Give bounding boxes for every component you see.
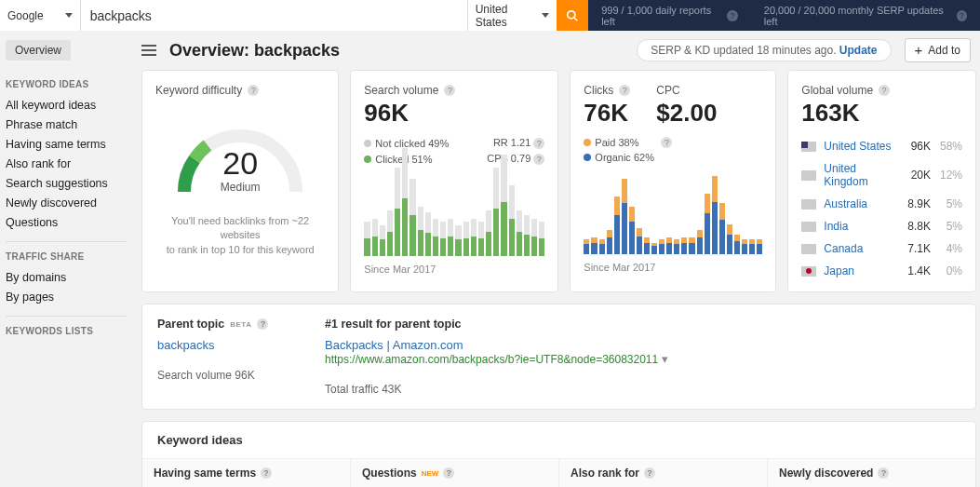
kd-gauge: 20 Medium bbox=[170, 117, 310, 201]
help-icon[interactable]: ? bbox=[619, 85, 630, 96]
sidebar-item[interactable]: Phrase match bbox=[6, 115, 138, 134]
flag-icon bbox=[801, 142, 816, 152]
clicks-value: 76K bbox=[584, 99, 630, 128]
card-search-volume: Search volume? 96K Not clicked 49% RR 1.… bbox=[350, 70, 558, 292]
clicks-since: Since Mar 2017 bbox=[584, 262, 762, 273]
parent-result-title[interactable]: Backpacks | Amazon.com bbox=[325, 338, 463, 352]
global-value: 163K bbox=[801, 99, 962, 128]
keyword-input[interactable] bbox=[81, 0, 467, 31]
sidebar-item[interactable]: Having same terms bbox=[6, 134, 138, 154]
sidebar-head-keywords-lists: KEYWORDS LISTS bbox=[6, 326, 138, 336]
search-engine-select[interactable]: Google bbox=[0, 0, 81, 31]
kd-value: 20 bbox=[170, 145, 310, 182]
engine-label: Google bbox=[7, 9, 44, 22]
flag-icon bbox=[801, 266, 816, 277]
kd-level: Medium bbox=[170, 181, 310, 194]
ki-column: Newly discovered?travel pro backpacks450 bbox=[768, 459, 975, 487]
svg-line-1 bbox=[574, 17, 578, 20]
sidebar: Overview KEYWORD IDEAS All keyword ideas… bbox=[0, 31, 138, 487]
help-icon[interactable]: ? bbox=[644, 467, 655, 479]
parent-result-head: #1 result for parent topic bbox=[325, 318, 960, 331]
help-icon[interactable]: ? bbox=[248, 85, 259, 96]
parent-result-url[interactable]: https://www.amazon.com/backpacks/b?ie=UT… bbox=[325, 353, 662, 366]
menu-icon[interactable] bbox=[141, 45, 156, 56]
help-icon[interactable]: ? bbox=[957, 10, 967, 21]
page-title: Overview: backpacks bbox=[169, 41, 340, 61]
help-icon[interactable]: ? bbox=[444, 85, 455, 96]
global-volume-row[interactable]: Canada7.1K4% bbox=[801, 237, 962, 260]
volume-since: Since Mar 2017 bbox=[364, 264, 544, 275]
help-icon[interactable]: ? bbox=[443, 467, 454, 479]
card-keyword-difficulty: Keyword difficulty ? 20 Medium You'll ne… bbox=[141, 70, 339, 292]
sidebar-head-keyword-ideas: KEYWORD IDEAS bbox=[6, 79, 138, 89]
parent-keyword-link[interactable]: backpacks bbox=[157, 338, 214, 352]
kd-label: Keyword difficulty bbox=[155, 84, 242, 97]
help-icon[interactable]: ? bbox=[878, 467, 889, 479]
help-icon[interactable]: ? bbox=[257, 318, 268, 330]
ki-column-head: Having same terms? bbox=[142, 459, 350, 487]
sidebar-item[interactable]: Also rank for bbox=[6, 154, 138, 173]
help-icon[interactable]: ? bbox=[533, 154, 544, 165]
svg-point-0 bbox=[568, 10, 575, 18]
help-icon[interactable]: ? bbox=[727, 10, 737, 21]
card-clicks: Clicks? 76K CPC $2.00 Paid 38%? Organic … bbox=[570, 70, 776, 292]
cpc-value: $2.00 bbox=[656, 99, 717, 128]
volume-chart bbox=[364, 174, 544, 256]
flag-icon bbox=[801, 199, 816, 210]
ki-column-head: QuestionsNEW? bbox=[351, 459, 558, 487]
search-icon bbox=[566, 9, 579, 22]
daily-reports-left: 999 / 1,000 daily reports left? bbox=[588, 0, 751, 31]
chevron-down-icon bbox=[542, 13, 549, 18]
volume-value: 96K bbox=[364, 99, 544, 128]
flag-icon bbox=[801, 244, 816, 254]
sidebar-item[interactable]: By pages bbox=[6, 287, 138, 306]
parent-search-volume: Search volume 96K bbox=[157, 369, 325, 382]
country-select[interactable]: United States bbox=[467, 0, 557, 31]
update-link[interactable]: Update bbox=[839, 44, 878, 57]
global-volume-row[interactable]: Japan1.4K0% bbox=[801, 260, 962, 282]
ki-column: Having same terms?backpacks96,000 bbox=[142, 459, 351, 487]
global-volume-row[interactable]: India8.8K5% bbox=[801, 215, 962, 237]
sidebar-item[interactable]: Questions bbox=[6, 212, 138, 232]
sidebar-item[interactable]: All keyword ideas bbox=[6, 95, 138, 115]
chevron-down-icon bbox=[65, 13, 73, 18]
ki-heading: Keyword ideas bbox=[142, 422, 975, 458]
parent-result-traffic: Total traffic 43K bbox=[325, 383, 960, 396]
clicks-chart bbox=[584, 172, 762, 254]
help-icon[interactable]: ? bbox=[261, 467, 272, 479]
sidebar-item[interactable]: By domains bbox=[6, 267, 138, 287]
help-icon[interactable]: ? bbox=[661, 137, 672, 148]
top-bar: Google United States 999 / 1,000 daily r… bbox=[0, 0, 980, 31]
main-content: Overview: backpacks SERP & KD updated 18… bbox=[138, 31, 980, 487]
sidebar-item[interactable]: Newly discovered bbox=[6, 193, 138, 212]
search-button[interactable] bbox=[557, 0, 588, 31]
ki-column-head: Also rank for? bbox=[559, 459, 767, 487]
card-global-volume: Global volume? 163K United States96K58%U… bbox=[787, 70, 976, 292]
monthly-updates-left: 20,000 / 20,000 monthly SERP updates lef… bbox=[751, 0, 980, 31]
kd-note: You'll need backlinks from ~22 websitest… bbox=[155, 214, 325, 257]
sidebar-tab-overview[interactable]: Overview bbox=[6, 40, 71, 61]
sidebar-item[interactable]: Search suggestions bbox=[6, 173, 138, 193]
global-volume-row[interactable]: Australia8.9K5% bbox=[801, 193, 962, 215]
ki-column: Also rank for?ebags202,000 bbox=[559, 459, 768, 487]
global-volume-row[interactable]: United Kingdom20K12% bbox=[801, 157, 962, 193]
flag-icon bbox=[801, 222, 816, 232]
global-volume-row[interactable]: United States96K58% bbox=[801, 135, 962, 157]
panel-parent-topic: Parent topicBETA? backpacks Search volum… bbox=[141, 304, 976, 410]
help-icon[interactable]: ? bbox=[533, 138, 544, 149]
flag-icon bbox=[801, 170, 816, 181]
country-label: United States bbox=[476, 3, 542, 29]
help-icon[interactable]: ? bbox=[879, 85, 890, 96]
ki-column: QuestionsNEW?where to buy backpacks900 bbox=[351, 459, 559, 487]
add-to-button[interactable]: + Add to bbox=[905, 38, 971, 62]
sidebar-head-traffic-share: TRAFFIC SHARE bbox=[6, 251, 138, 262]
panel-keyword-ideas: Keyword ideas Having same terms?backpack… bbox=[141, 421, 976, 487]
serp-update-pill: SERP & KD updated 18 minutes ago. Update bbox=[637, 39, 891, 61]
ki-column-head: Newly discovered? bbox=[768, 459, 975, 487]
plus-icon: + bbox=[915, 46, 923, 55]
